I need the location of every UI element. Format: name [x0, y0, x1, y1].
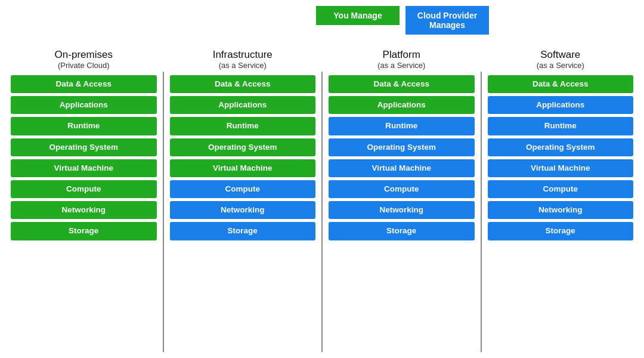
cell-on-premises-4: Virtual Machine [11, 159, 157, 177]
cell-paas-2: Runtime [329, 117, 475, 135]
cell-paas-5: Compute [329, 180, 475, 198]
cell-paas-6: Networking [329, 201, 475, 219]
cell-iaas-1: Applications [170, 96, 316, 114]
cell-on-premises-2: Runtime [11, 117, 157, 135]
col-subtitle-on-premises: (Private Cloud) [58, 61, 110, 70]
cell-saas-4: Virtual Machine [488, 159, 634, 177]
cloud-provider-label: Cloud ProviderManages [405, 6, 489, 35]
col-subtitle-saas: (as a Service) [537, 61, 584, 70]
col-header-iaas: Infrastructure(as a Service) [170, 39, 316, 70]
col-header-on-premises: On-premises(Private Cloud) [11, 39, 157, 70]
column-iaas: Infrastructure(as a Service)Data & Acces… [165, 39, 321, 352]
column-divider [481, 72, 482, 352]
col-header-saas: Software(as a Service) [488, 39, 634, 70]
col-header-paas: Platform(as a Service) [329, 39, 475, 70]
col-title-on-premises: On-premises [55, 49, 113, 61]
column-divider [321, 72, 323, 352]
page: You Manage Cloud ProviderManages On-prem… [0, 0, 644, 358]
cell-saas-0: Data & Access [488, 75, 634, 93]
column-paas: Platform(as a Service)Data & AccessAppli… [324, 39, 479, 352]
col-title-paas: Platform [383, 49, 420, 61]
cell-saas-2: Runtime [488, 117, 634, 135]
column-divider [163, 72, 164, 352]
cell-saas-3: Operating System [488, 138, 634, 156]
cell-saas-7: Storage [488, 222, 634, 240]
col-title-saas: Software [540, 49, 580, 61]
column-on-premises: On-premises(Private Cloud)Data & AccessA… [6, 39, 162, 352]
cell-on-premises-3: Operating System [11, 138, 157, 156]
cell-saas-6: Networking [488, 201, 634, 219]
cell-saas-1: Applications [488, 96, 634, 114]
cell-iaas-5: Compute [170, 180, 316, 198]
you-manage-label: You Manage [316, 6, 400, 25]
cell-on-premises-5: Compute [11, 180, 157, 198]
cell-on-premises-7: Storage [11, 222, 157, 240]
col-title-iaas: Infrastructure [213, 49, 273, 61]
col-subtitle-paas: (as a Service) [377, 61, 425, 70]
cell-paas-3: Operating System [329, 138, 475, 156]
col-subtitle-iaas: (as a Service) [219, 61, 267, 70]
cell-paas-1: Applications [329, 96, 475, 114]
cell-on-premises-0: Data & Access [11, 75, 157, 93]
cell-iaas-6: Networking [170, 201, 316, 219]
cell-on-premises-1: Applications [11, 96, 157, 114]
legend-area: You Manage Cloud ProviderManages [6, 6, 638, 35]
cell-paas-0: Data & Access [329, 75, 475, 93]
columns-area: On-premises(Private Cloud)Data & AccessA… [6, 39, 638, 352]
cell-iaas-7: Storage [170, 222, 316, 240]
cell-iaas-0: Data & Access [170, 75, 316, 93]
cell-paas-4: Virtual Machine [329, 159, 475, 177]
cell-iaas-4: Virtual Machine [170, 159, 316, 177]
cell-iaas-2: Runtime [170, 117, 316, 135]
cell-paas-7: Storage [329, 222, 475, 240]
cell-iaas-3: Operating System [170, 138, 316, 156]
cell-on-premises-6: Networking [11, 201, 157, 219]
column-saas: Software(as a Service)Data & AccessAppli… [483, 39, 639, 352]
cell-saas-5: Compute [488, 180, 634, 198]
